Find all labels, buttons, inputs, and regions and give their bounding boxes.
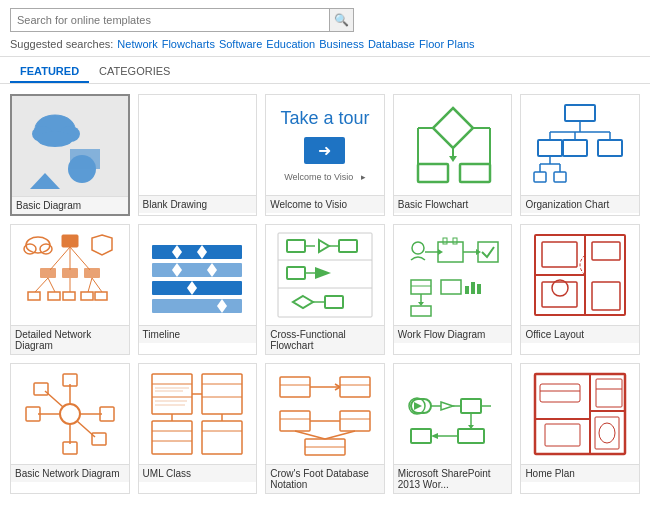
svg-line-38 <box>70 247 90 270</box>
tab-categories[interactable]: CATEGORIES <box>89 61 180 83</box>
svg-rect-75 <box>325 296 343 308</box>
svg-point-3 <box>37 131 73 147</box>
search-button[interactable]: 🔍 <box>330 8 354 32</box>
svg-point-33 <box>24 244 36 254</box>
svg-marker-151 <box>441 402 453 410</box>
svg-rect-101 <box>542 242 577 267</box>
template-welcome-visio-label: Welcome to Visio <box>266 195 384 213</box>
svg-line-49 <box>92 278 102 292</box>
svg-line-48 <box>88 278 92 292</box>
svg-rect-41 <box>84 268 100 278</box>
suggestion-education[interactable]: Education <box>266 38 315 50</box>
template-workflow[interactable]: Work Flow Diagram <box>393 224 513 355</box>
svg-rect-162 <box>411 429 431 443</box>
template-basic-diagram[interactable]: Basic Diagram <box>10 94 130 216</box>
svg-rect-16 <box>565 105 595 121</box>
template-home-plan[interactable]: Home Plan <box>520 363 640 494</box>
suggestion-network[interactable]: Network <box>117 38 157 50</box>
svg-rect-133 <box>280 377 310 397</box>
svg-point-34 <box>40 244 52 254</box>
search-input[interactable] <box>10 8 330 32</box>
svg-rect-113 <box>34 383 48 395</box>
suggestion-software[interactable]: Software <box>219 38 262 50</box>
svg-rect-88 <box>465 286 469 294</box>
svg-rect-137 <box>280 411 310 431</box>
svg-rect-13 <box>460 164 490 182</box>
svg-rect-20 <box>538 140 562 156</box>
svg-rect-125 <box>152 421 192 454</box>
svg-rect-93 <box>411 306 431 316</box>
template-office-layout[interactable]: Office Layout <box>520 224 640 355</box>
template-detailed-network[interactable]: Detailed Network Diagram <box>10 224 130 355</box>
template-timeline[interactable]: Timeline <box>138 224 258 355</box>
svg-line-36 <box>50 247 70 270</box>
suggestion-database[interactable]: Database <box>368 38 415 50</box>
template-crows-foot[interactable]: Crow's Foot Database Notation <box>265 363 385 494</box>
svg-marker-81 <box>438 249 443 255</box>
tab-featured[interactable]: FEATURED <box>10 61 89 83</box>
svg-rect-31 <box>62 235 78 247</box>
template-basic-network[interactable]: Basic Network Diagram <box>10 363 130 494</box>
svg-rect-24 <box>598 140 622 156</box>
svg-rect-115 <box>152 374 192 414</box>
template-timeline-label: Timeline <box>139 325 257 343</box>
svg-rect-40 <box>62 268 78 278</box>
template-workflow-label: Work Flow Diagram <box>394 325 512 343</box>
svg-point-32 <box>26 237 50 253</box>
tabs: FEATURED CATEGORIES <box>0 57 650 84</box>
svg-marker-7 <box>433 108 473 148</box>
template-sharepoint[interactable]: Microsoft SharePoint 2013 Wor... <box>393 363 513 494</box>
svg-rect-55 <box>152 299 242 313</box>
svg-rect-65 <box>287 240 305 252</box>
template-cross-functional-label: Cross-Functional Flowchart <box>266 325 384 354</box>
suggestion-floorplans[interactable]: Floor Plans <box>419 38 475 50</box>
template-uml-class-label: UML Class <box>139 464 257 482</box>
template-welcome-visio[interactable]: Take a tour ➜ Welcome to Visio ▸ Welcome… <box>265 94 385 216</box>
template-basic-network-label: Basic Network Diagram <box>11 464 129 482</box>
svg-rect-169 <box>596 379 622 407</box>
suggestion-business[interactable]: Business <box>319 38 364 50</box>
suggestion-flowcharts[interactable]: Flowcharts <box>162 38 215 50</box>
template-basic-flowchart-label: Basic Flowchart <box>394 195 512 213</box>
svg-rect-50 <box>81 292 93 300</box>
svg-point-168 <box>599 423 615 443</box>
template-home-plan-label: Home Plan <box>521 464 639 482</box>
svg-rect-90 <box>477 284 481 294</box>
svg-rect-114 <box>92 433 106 445</box>
svg-rect-45 <box>48 292 60 300</box>
svg-rect-10 <box>418 164 448 182</box>
svg-point-76 <box>412 242 424 254</box>
svg-rect-53 <box>152 263 242 277</box>
svg-marker-72 <box>315 267 331 279</box>
svg-rect-70 <box>287 267 305 279</box>
svg-rect-171 <box>545 424 580 446</box>
template-blank-drawing-label: Blank Drawing <box>139 195 257 213</box>
svg-rect-51 <box>95 292 107 300</box>
template-basic-flowchart[interactable]: Basic Flowchart <box>393 94 513 216</box>
svg-marker-156 <box>414 402 422 410</box>
template-blank-drawing[interactable]: Blank Drawing <box>138 94 258 216</box>
suggestions-label: Suggested searches: <box>10 38 113 50</box>
svg-rect-159 <box>458 429 484 443</box>
template-detailed-network-label: Detailed Network Diagram <box>11 325 129 354</box>
template-sharepoint-label: Microsoft SharePoint 2013 Wor... <box>394 464 512 493</box>
svg-rect-44 <box>28 292 40 300</box>
svg-rect-39 <box>40 268 56 278</box>
svg-line-148 <box>325 431 355 439</box>
svg-rect-6 <box>70 149 100 169</box>
template-org-chart-label: Organization Chart <box>521 195 639 213</box>
svg-marker-9 <box>449 156 457 162</box>
svg-rect-100 <box>592 282 620 310</box>
svg-rect-28 <box>534 172 546 182</box>
svg-marker-161 <box>431 433 438 439</box>
template-cross-functional[interactable]: Cross-Functional Flowchart <box>265 224 385 355</box>
svg-rect-79 <box>453 238 457 244</box>
svg-rect-89 <box>471 282 475 294</box>
svg-line-43 <box>48 278 55 292</box>
template-org-chart[interactable]: Organization Chart <box>520 94 640 216</box>
template-uml-class[interactable]: UML Class <box>138 363 258 494</box>
svg-rect-135 <box>340 377 370 397</box>
svg-marker-4 <box>30 173 60 189</box>
svg-marker-67 <box>319 240 329 252</box>
svg-rect-122 <box>202 374 242 414</box>
